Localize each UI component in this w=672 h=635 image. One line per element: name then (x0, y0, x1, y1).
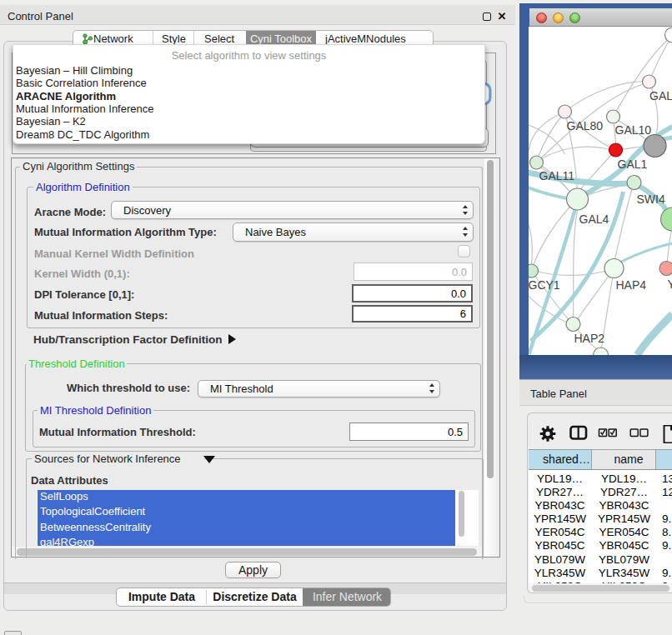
svg-text:GAL4: GAL4 (579, 212, 609, 226)
svg-text:GCY1: GCY1 (529, 278, 560, 292)
svg-text:SWI4: SWI4 (636, 192, 664, 206)
svg-text:GAL80: GAL80 (566, 119, 603, 132)
svg-text:GAL1: GAL1 (617, 158, 647, 171)
svg-text:HAP2: HAP2 (574, 332, 604, 345)
svg-text:HAP4: HAP4 (615, 278, 646, 292)
svg-text:GAL11: GAL11 (539, 169, 574, 182)
svg-text:GAL7: GAL7 (649, 89, 672, 102)
svg-text:GAL10: GAL10 (614, 123, 651, 137)
svg-text:Y: Y (667, 278, 672, 291)
